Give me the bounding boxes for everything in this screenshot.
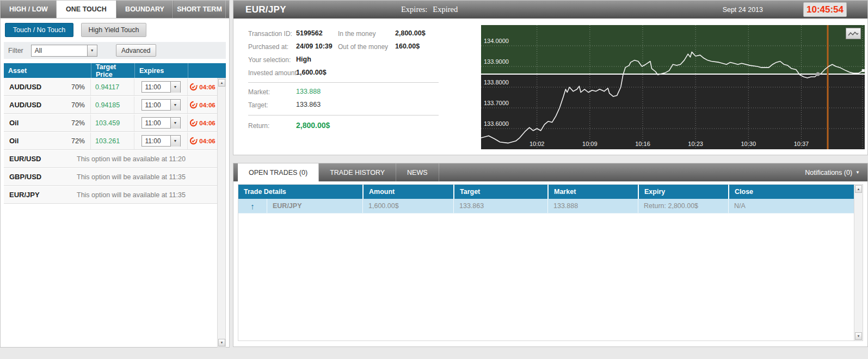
target-label: Target: — [248, 101, 268, 109]
filter-select[interactable]: All ▼ — [31, 45, 97, 57]
scroll-down-icon[interactable]: ▼ — [855, 332, 862, 340]
direction-up-icon: ↑ — [250, 202, 255, 211]
target-price: 103.459 — [91, 114, 134, 131]
tab-trade-history[interactable]: TRADE HISTORY — [319, 163, 396, 181]
countdown-clock-icon — [189, 83, 198, 91]
expiry-select-value: 11:00 — [142, 101, 170, 109]
chevron-down-icon[interactable]: ▼ — [170, 100, 180, 111]
mode-button-row: Touch / No Touch High Yield Touch — [1, 19, 229, 41]
scrollbar[interactable]: ▲ ▼ — [217, 78, 226, 348]
expires-label: Expires: — [401, 5, 427, 14]
svg-text:10:23: 10:23 — [688, 141, 703, 147]
purchased-at-value: 24/09 10:39 — [296, 42, 333, 50]
target-price: 0.94117 — [91, 78, 134, 95]
tab-news[interactable]: NEWS — [396, 163, 439, 181]
scroll-up-icon[interactable]: ▲ — [855, 185, 862, 193]
table-row[interactable]: AUD/USD70% 0.94117 11:00▼ 04:06 — [4, 78, 217, 96]
purchase-marker — [816, 72, 820, 76]
expiry-select[interactable]: 11:00▼ — [141, 81, 181, 93]
divider — [248, 115, 439, 115]
svg-text:10:37: 10:37 — [794, 141, 809, 147]
trade-header: EUR/JPY Expires:Expired Sept 24 2013 10:… — [233, 1, 867, 19]
tab-short-term[interactable]: SHORT TERM — [173, 1, 226, 18]
trade-row[interactable]: ↑ EUR/JPY 1,600.00$ 133.863 133.888 Retu… — [238, 199, 854, 214]
expires-value: Expired — [433, 5, 458, 14]
table-row[interactable]: Oil72% 103.459 11:00▼ 04:06 — [4, 114, 217, 132]
purchased-at-label: Purchased at: — [248, 43, 288, 51]
svg-text:133.9000: 133.9000 — [484, 58, 509, 65]
open-trades-header: Trade Details Amount Target Market Expir… — [238, 185, 863, 199]
chevron-down-icon[interactable]: ▼ — [87, 45, 97, 56]
table-row[interactable]: Oil72% 103.261 11:00▼ 04:06 — [4, 132, 217, 150]
tab-boundary[interactable]: BOUNDARY — [116, 1, 173, 18]
countdown-timer: 04:06 — [199, 102, 215, 108]
target-price: 103.261 — [91, 132, 134, 149]
asset-name: GBP/USD — [9, 173, 41, 181]
header-target-price: Target Price — [91, 63, 134, 78]
expiry-select-value: 11:00 — [142, 119, 170, 127]
availability-message: This option will be available at 11:20 — [75, 155, 217, 163]
tab-one-touch[interactable]: ONE TOUCH — [57, 1, 116, 18]
out-of-the-money-label: Out of the money — [338, 43, 388, 51]
asset-name: Oil — [9, 119, 19, 127]
trade-close: N/A — [728, 199, 854, 213]
expiry-select[interactable]: 11:00▼ — [141, 117, 181, 129]
scrollbar[interactable]: ▲ ▼ — [854, 185, 863, 340]
chevron-down-icon[interactable]: ▼ — [170, 118, 180, 129]
in-the-money-zone — [481, 25, 865, 74]
table-row-unavailable: GBP/USD This option will be available at… — [4, 168, 217, 186]
asset-name: EUR/USD — [9, 155, 41, 163]
table-row[interactable]: AUD/USD70% 0.94185 11:00▼ 04:06 — [4, 96, 217, 114]
svg-text:133.7000: 133.7000 — [484, 100, 509, 106]
chevron-down-icon[interactable]: ▼ — [170, 82, 180, 93]
header-amount: Amount — [362, 185, 453, 199]
chevron-down-icon: ▼ — [855, 170, 860, 175]
tab-high-low[interactable]: HIGH / LOW — [1, 1, 57, 18]
chart-type-icon[interactable] — [846, 28, 861, 39]
chevron-down-icon[interactable]: ▼ — [170, 136, 180, 147]
header-target: Target — [453, 185, 547, 199]
countdown-timer: 04:06 — [199, 138, 215, 144]
filter-label: Filter — [8, 47, 23, 54]
payout-percent: 72% — [71, 119, 85, 127]
return-value: 2,800.00$ — [296, 121, 330, 130]
scroll-down-icon[interactable]: ▼ — [218, 339, 225, 346]
high-yield-touch-button[interactable]: High Yield Touch — [81, 23, 146, 37]
scroll-up-icon[interactable]: ▲ — [218, 79, 225, 87]
availability-message: This option will be available at 11:35 — [75, 173, 217, 181]
expiry-select[interactable]: 11:00▼ — [141, 135, 181, 147]
invested-amount-value: 1,600.00$ — [296, 69, 327, 76]
current-price-marker — [862, 69, 865, 72]
target-value: 133.863 — [296, 101, 321, 108]
table-row-unavailable: EUR/JPY This option will be available at… — [4, 186, 217, 204]
expiry-select[interactable]: 11:00▼ — [141, 99, 181, 111]
svg-text:10:09: 10:09 — [582, 141, 598, 147]
header-trade-details: Trade Details — [238, 185, 362, 199]
asset-table: Asset Target Price Expires AUD/USD70% 0.… — [4, 63, 226, 204]
asset-name: AUD/USD — [9, 101, 41, 109]
payout-percent: 72% — [71, 137, 85, 145]
trade-asset: EUR/JPY — [267, 199, 362, 213]
touch-no-touch-button[interactable]: Touch / No Touch — [5, 23, 73, 37]
price-chart[interactable]: 134.0000133.9000133.8000133.7000133.6000… — [481, 25, 865, 149]
asset-table-header: Asset Target Price Expires — [4, 63, 226, 78]
advanced-button[interactable]: Advanced — [116, 44, 156, 57]
asset-name: AUD/USD — [9, 83, 41, 91]
return-label: Return: — [248, 122, 269, 130]
notifications-label: Notifications (0) — [805, 169, 852, 177]
svg-text:10:16: 10:16 — [635, 141, 650, 147]
header-asset: Asset — [4, 63, 91, 78]
out-of-money-zone — [481, 74, 865, 149]
header-close: Close — [728, 185, 863, 199]
in-the-money-value: 2,800.00$ — [395, 29, 426, 37]
trade-target: 133.863 — [453, 199, 547, 213]
tab-open-trades[interactable]: OPEN TRADES (0) — [238, 163, 319, 181]
open-trades-table: Trade Details Amount Target Market Expir… — [238, 184, 863, 341]
invested-amount-label: Invested amount: — [248, 69, 298, 77]
svg-text:10:30: 10:30 — [741, 141, 756, 147]
header-expiry: Expiry — [638, 185, 728, 199]
transaction-id-label: Transaction ID: — [248, 30, 292, 38]
header-blank — [188, 63, 226, 78]
notifications-dropdown[interactable]: Notifications (0) ▼ — [805, 169, 860, 177]
current-time-clock: 10:45:54 — [803, 2, 847, 17]
